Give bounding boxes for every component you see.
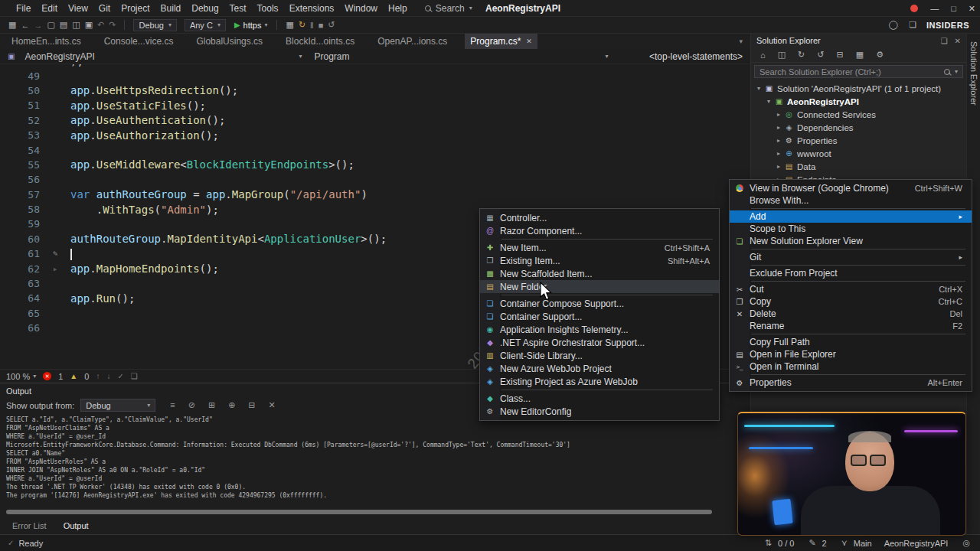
new-file-icon[interactable]: ▢ bbox=[44, 20, 57, 30]
tab-blockid-oints-cs[interactable]: BlockId...oints.cs bbox=[280, 34, 360, 49]
save-icon[interactable]: ◫ bbox=[70, 20, 82, 30]
save-all-icon[interactable]: ▣ bbox=[83, 20, 95, 30]
close-button[interactable]: ✕ bbox=[969, 4, 975, 14]
menu-item-client-side-library[interactable]: ▥Client-Side Library... bbox=[480, 349, 719, 362]
menu-help[interactable]: Help bbox=[383, 0, 413, 17]
menu-item-razor-component[interactable]: @Razor Component... bbox=[480, 224, 719, 237]
open-folder-icon[interactable]: ▤ bbox=[57, 20, 70, 30]
solution-search-input[interactable]: Search Solution Explorer (Ctrl+;) ▾ bbox=[754, 65, 963, 78]
close-icon[interactable]: ✕ bbox=[955, 37, 961, 45]
clear-all-icon[interactable]: ⊘ bbox=[186, 400, 198, 410]
menu-item-new-azure-webjob-project[interactable]: ◈New Azure WebJob Project bbox=[480, 362, 719, 375]
menu-item-existing-item[interactable]: ❐Existing Item...Shift+Alt+A bbox=[480, 254, 719, 267]
tree-item-dependencies[interactable]: ▸◈Dependencies bbox=[751, 121, 966, 134]
debug-target-icon[interactable]: ▦ bbox=[283, 20, 296, 30]
close-icon[interactable]: ✕ bbox=[526, 37, 532, 45]
breadcrumb-member[interactable]: <top-level-statements> bbox=[649, 51, 750, 62]
restart-icon[interactable]: ↺ bbox=[325, 20, 337, 30]
menu-item-browse-with[interactable]: Browse With... bbox=[730, 194, 972, 207]
tree-item-data[interactable]: ▸▤Data bbox=[751, 160, 966, 173]
show-all-files-icon[interactable]: ▦ bbox=[854, 50, 866, 60]
next-issue-icon[interactable]: ↓ bbox=[106, 372, 110, 380]
menu-item-new-scaffolded-item[interactable]: ▩New Scaffolded Item... bbox=[480, 267, 719, 280]
tab-globalusings-cs[interactable]: GlobalUsings.cs bbox=[191, 34, 268, 49]
home-icon[interactable]: ⌂ bbox=[758, 51, 768, 60]
chevron-right-icon[interactable]: ▸ bbox=[774, 150, 783, 157]
refresh-icon[interactable]: ↺ bbox=[815, 50, 826, 60]
minimize-button[interactable]: — bbox=[930, 4, 939, 13]
structure-icon[interactable]: ❏ bbox=[131, 372, 138, 380]
properties-window-icon[interactable]: ⚙ bbox=[874, 50, 886, 60]
output-source-dropdown[interactable]: Debug ▾ bbox=[80, 399, 155, 412]
chevron-right-icon[interactable]: ▸ bbox=[774, 163, 783, 170]
global-search[interactable]: Search ▾ bbox=[425, 3, 472, 14]
menu-tools[interactable]: Tools bbox=[252, 0, 284, 17]
pause-icon[interactable]: ‖ bbox=[308, 21, 316, 30]
maximize-button[interactable]: □ bbox=[951, 4, 956, 13]
undo-icon[interactable]: ↶ bbox=[95, 20, 106, 30]
menu-item-new-folder[interactable]: ▤New Folder bbox=[480, 280, 719, 293]
menu-file[interactable]: File bbox=[11, 0, 36, 17]
menu-item-existing-project-as-azure-webjob[interactable]: ◈Existing Project as Azure WebJob bbox=[480, 375, 719, 388]
menu-item-exclude-from-project[interactable]: Exclude From Project bbox=[730, 267, 972, 279]
menu-item-container-support[interactable]: ❏Container Support... bbox=[480, 310, 719, 323]
run-button[interactable]: ▶ https ▾ bbox=[234, 21, 268, 30]
close-panel-icon[interactable]: ✕ bbox=[266, 400, 278, 410]
menu-git[interactable]: Git bbox=[93, 0, 116, 17]
menu-item-delete[interactable]: ✕DeleteDel bbox=[730, 308, 972, 320]
menu-debug[interactable]: Debug bbox=[186, 0, 224, 17]
expand-all-icon[interactable]: ⊕ bbox=[226, 400, 237, 410]
zoom-control[interactable]: 100 % ▾ bbox=[6, 372, 36, 381]
menu-item-git[interactable]: Git▸ bbox=[730, 251, 972, 263]
error-count[interactable]: 1 bbox=[58, 372, 63, 381]
breadcrumb-type[interactable]: Program ▾ bbox=[308, 49, 614, 64]
menu-item-view-in-browser-google-chrome[interactable]: View in Browser (Google Chrome)Ctrl+Shif… bbox=[730, 182, 972, 194]
tree-item-properties[interactable]: ▸⚙Properties bbox=[751, 134, 966, 147]
tab-output[interactable]: Output bbox=[57, 520, 95, 532]
menu-item-scope-to-this[interactable]: Scope to This bbox=[730, 223, 972, 235]
messages-icon[interactable]: ≡ bbox=[168, 400, 177, 410]
prev-issue-icon[interactable]: ↑ bbox=[96, 372, 100, 380]
menu-item-class[interactable]: ◆Class... bbox=[480, 392, 719, 405]
tab-error-list[interactable]: Error List bbox=[6, 520, 53, 532]
status-item-bell[interactable]: ◎ bbox=[960, 538, 972, 548]
nav-back-icon[interactable]: ← bbox=[18, 21, 31, 30]
menu-item-container-compose-support[interactable]: ❏Container Compose Support... bbox=[480, 297, 719, 310]
word-wrap-icon[interactable]: ⊞ bbox=[206, 400, 217, 410]
menu-item-copy-full-path[interactable]: Copy Full Path bbox=[730, 336, 972, 348]
menu-item-application-insights-telemetry[interactable]: ◉Application Insights Telemetry... bbox=[480, 323, 719, 336]
collapse-panel-icon[interactable]: ⊟ bbox=[246, 400, 257, 410]
menu-build[interactable]: Build bbox=[155, 0, 187, 17]
status-item-aeonregistryapi[interactable]: AeonRegistryAPI bbox=[884, 539, 949, 548]
menu-project[interactable]: Project bbox=[116, 0, 155, 17]
nav-forward-icon[interactable]: → bbox=[31, 21, 44, 30]
window-switch-icon[interactable]: ▦ bbox=[6, 20, 18, 30]
menu-item-rename[interactable]: RenameF2 bbox=[730, 320, 972, 332]
menu-item-new-item[interactable]: ✚New Item...Ctrl+Shift+A bbox=[480, 241, 719, 254]
menu-item-properties[interactable]: ⚙PropertiesAlt+Enter bbox=[730, 377, 972, 389]
tab-program-cs[interactable]: Program.cs*✕ bbox=[465, 34, 537, 49]
configuration-dropdown[interactable]: Debug ▾ bbox=[133, 19, 176, 31]
tree-item-solution-aeonregistryapi-1-of-1-project[interactable]: ▾▣Solution 'AeonRegistryAPI' (1 of 1 pro… bbox=[751, 82, 966, 95]
rail-tab-solution-explorer[interactable]: Solution Explorer bbox=[969, 41, 978, 106]
menu-extensions[interactable]: Extensions bbox=[284, 0, 340, 17]
tab-console-vice-cs[interactable]: Console...vice.cs bbox=[99, 34, 179, 49]
switch-views-icon[interactable]: ◫ bbox=[776, 50, 788, 60]
menu-item-open-in-terminal[interactable]: >_Open in Terminal bbox=[730, 360, 972, 373]
menu-item-copy[interactable]: ❐CopyCtrl+C bbox=[730, 295, 972, 308]
menu-test[interactable]: Test bbox=[224, 0, 252, 17]
spell-check-icon[interactable]: ✓ bbox=[117, 372, 123, 380]
dock-icon[interactable]: ❏ bbox=[941, 37, 948, 45]
menu-item-net-aspire-orchestrator-support[interactable]: ◆.NET Aspire Orchestrator Support... bbox=[480, 336, 719, 349]
menu-window[interactable]: Window bbox=[339, 0, 383, 17]
chevron-down-icon[interactable]: ▾ bbox=[764, 98, 773, 105]
tree-item-wwwroot[interactable]: ▸⊕wwwroot bbox=[751, 147, 966, 160]
chevron-right-icon[interactable]: ▸ bbox=[774, 137, 783, 144]
scrollbar-thumb[interactable] bbox=[6, 510, 712, 514]
menu-edit[interactable]: Edit bbox=[36, 0, 63, 17]
redo-icon[interactable]: ↷ bbox=[106, 20, 118, 30]
pending-changes-icon[interactable]: ↻ bbox=[795, 50, 807, 60]
collapse-all-icon[interactable]: ⊟ bbox=[835, 50, 846, 60]
chevron-right-icon[interactable]: ▸ bbox=[774, 124, 783, 131]
menu-item-open-in-file-explorer[interactable]: ▤Open in File Explorer bbox=[730, 348, 972, 360]
